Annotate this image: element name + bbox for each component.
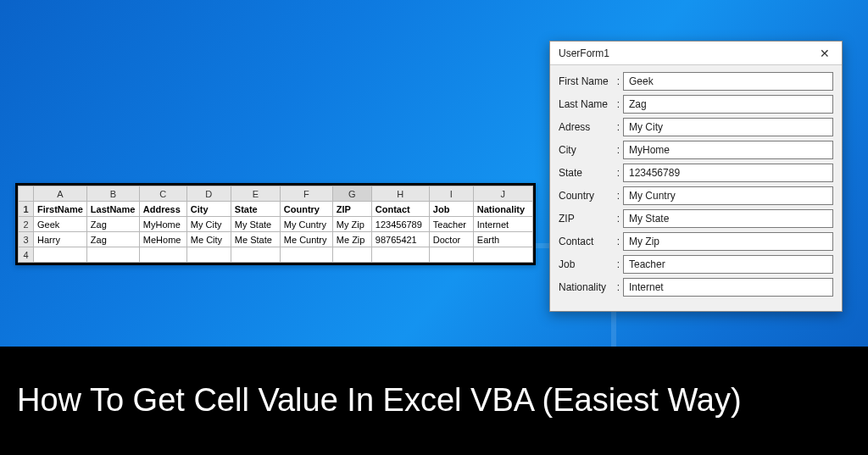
userform-titlebar[interactable]: UserForm1 ✕	[550, 42, 842, 65]
header-cell[interactable]: State	[231, 202, 280, 217]
data-cell[interactable]: Earth	[473, 232, 532, 247]
data-cell[interactable]: My State	[231, 217, 280, 232]
empty-cell[interactable]	[429, 247, 473, 263]
table-row: 3 Harry Zag MeHome Me City Me State Me C…	[19, 232, 533, 247]
data-cell[interactable]: Geek	[34, 217, 87, 232]
form-row-lastname: Last Name: Zag	[559, 95, 833, 114]
excel-grid: A B C D E F G H I J 1 FirstName LastName…	[15, 183, 536, 265]
header-cell[interactable]: Address	[139, 202, 186, 217]
empty-cell[interactable]	[231, 247, 280, 263]
data-cell[interactable]: My Zip	[332, 217, 371, 232]
empty-cell[interactable]	[473, 247, 532, 263]
header-cell[interactable]: Job	[429, 202, 473, 217]
state-field[interactable]: 123456789	[623, 164, 833, 182]
label-firstname: First Name:	[559, 75, 623, 87]
column-letter[interactable]: B	[86, 186, 139, 202]
contact-field[interactable]: My Zip	[623, 232, 833, 251]
excel-corner-cell[interactable]	[19, 186, 34, 202]
label-nationality: Nationality:	[559, 281, 623, 293]
form-row-city: City: MyHome	[559, 141, 833, 159]
header-cell[interactable]: City	[186, 202, 231, 217]
country-field[interactable]: My Cuntry	[623, 186, 833, 205]
empty-cell[interactable]	[280, 247, 332, 263]
row-number[interactable]: 1	[19, 202, 34, 217]
label-zip: ZIP:	[559, 213, 623, 225]
header-cell[interactable]: FirstName	[34, 202, 87, 217]
form-row-nationality: Nationality: Internet	[559, 278, 833, 297]
header-cell[interactable]: Country	[280, 202, 332, 217]
label-contact: Contact:	[559, 236, 623, 247]
excel-header-row: 1 FirstName LastName Address City State …	[19, 202, 533, 217]
table-row: 2 Geek Zag MyHome My City My State My Cu…	[19, 217, 533, 232]
column-letter[interactable]: E	[231, 186, 280, 202]
column-letter[interactable]: I	[429, 186, 473, 202]
form-row-firstname: First Name: Geek	[559, 72, 833, 91]
row-number[interactable]: 3	[19, 232, 34, 247]
label-lastname: Last Name:	[559, 98, 623, 110]
column-letter[interactable]: J	[473, 186, 532, 202]
column-letter-selected[interactable]: G	[332, 186, 371, 202]
column-letter[interactable]: A	[34, 186, 87, 202]
empty-cell[interactable]	[34, 247, 87, 263]
userform-body: First Name: Geek Last Name: Zag Adress: …	[550, 65, 842, 311]
header-cell[interactable]: ZIP	[332, 202, 371, 217]
data-cell[interactable]: MeHome	[139, 232, 186, 247]
label-job: Job:	[559, 258, 623, 270]
excel-column-letters-row: A B C D E F G H I J	[19, 186, 533, 202]
article-title: How To Get Cell Value In Excel VBA (Easi…	[17, 381, 742, 420]
userform-window[interactable]: UserForm1 ✕ First Name: Geek Last Name: …	[549, 41, 843, 312]
column-letter[interactable]: H	[371, 186, 429, 202]
header-cell[interactable]: Contact	[371, 202, 429, 217]
label-country: Country:	[559, 190, 623, 202]
data-cell[interactable]: Doctor	[429, 232, 473, 247]
lastname-field[interactable]: Zag	[623, 95, 833, 114]
form-row-zip: ZIP: My State	[559, 209, 833, 228]
label-city: City:	[559, 144, 623, 156]
data-cell[interactable]: Harry	[34, 232, 87, 247]
label-state: State:	[559, 167, 623, 179]
empty-cell[interactable]	[371, 247, 429, 263]
form-row-address: Adress: My City	[559, 118, 833, 136]
data-cell[interactable]: Zag	[86, 232, 139, 247]
data-cell[interactable]: Internet	[473, 217, 532, 232]
data-cell[interactable]: Me State	[231, 232, 280, 247]
form-row-job: Job: Teacher	[559, 255, 833, 274]
data-cell[interactable]: 98765421	[371, 232, 429, 247]
data-cell[interactable]: 123456789	[371, 217, 429, 232]
userform-title: UserForm1	[559, 47, 609, 59]
data-cell[interactable]: Me City	[186, 232, 231, 247]
excel-table: A B C D E F G H I J 1 FirstName LastName…	[18, 186, 533, 263]
zip-field[interactable]: My State	[623, 209, 833, 228]
firstname-field[interactable]: Geek	[623, 72, 833, 91]
header-cell[interactable]: LastName	[86, 202, 139, 217]
label-address: Adress:	[559, 121, 623, 133]
row-number[interactable]: 2	[19, 217, 34, 232]
form-row-country: Country: My Cuntry	[559, 186, 833, 205]
empty-cell[interactable]	[86, 247, 139, 263]
form-row-state: State: 123456789	[559, 164, 833, 182]
empty-cell[interactable]	[332, 247, 371, 263]
header-cell[interactable]: Nationality	[473, 202, 532, 217]
close-icon[interactable]: ✕	[813, 45, 837, 62]
data-cell[interactable]: Me Zip	[332, 232, 371, 247]
form-row-contact: Contact: My Zip	[559, 232, 833, 251]
data-cell[interactable]: Me Cuntry	[280, 232, 332, 247]
empty-cell[interactable]	[139, 247, 186, 263]
data-cell[interactable]: MyHome	[139, 217, 186, 232]
column-letter[interactable]: F	[280, 186, 332, 202]
city-field[interactable]: MyHome	[623, 141, 833, 159]
nationality-field[interactable]: Internet	[623, 278, 833, 297]
data-cell[interactable]: Zag	[86, 217, 139, 232]
row-number[interactable]: 4	[19, 247, 34, 263]
empty-cell[interactable]	[186, 247, 231, 263]
table-row-empty: 4	[19, 247, 533, 263]
column-letter[interactable]: D	[186, 186, 231, 202]
column-letter[interactable]: C	[139, 186, 186, 202]
address-field[interactable]: My City	[623, 118, 833, 136]
data-cell[interactable]: Teacher	[429, 217, 473, 232]
data-cell[interactable]: My City	[186, 217, 231, 232]
article-title-bar: How To Get Cell Value In Excel VBA (Easi…	[0, 347, 868, 455]
data-cell[interactable]: My Cuntry	[280, 217, 332, 232]
job-field[interactable]: Teacher	[623, 255, 833, 274]
